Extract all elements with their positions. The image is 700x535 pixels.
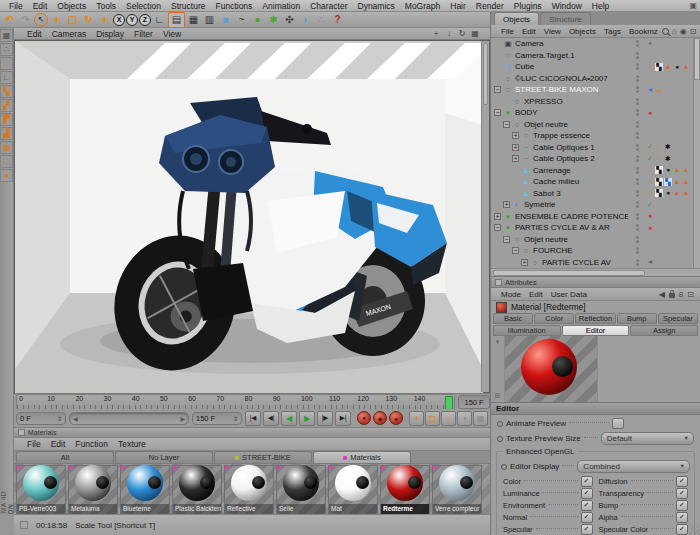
lock-icon[interactable] — [669, 293, 675, 298]
viewport-menu-item[interactable]: View — [158, 29, 186, 39]
material-name[interactable]: Redterme — [381, 504, 429, 514]
xpresso-tag-icon[interactable]: ◄ — [646, 86, 654, 94]
tree-row[interactable]: −○STREET-BIKE MAXON◄▬ — [491, 84, 700, 96]
null-object-icon[interactable]: ○ — [512, 120, 522, 129]
tree-row[interactable]: ▲Sabot 3∴▚●▲▲ — [491, 188, 700, 200]
model-mode-icon[interactable]: ∴ — [0, 43, 13, 56]
spiky-tag-icon[interactable]: ✱ — [664, 155, 672, 163]
tree-row[interactable]: +~Cable Optiques 1✓∴✱ — [491, 142, 700, 154]
menubar-item[interactable]: Dynamics — [353, 1, 400, 11]
visibility-dots[interactable] — [628, 224, 646, 231]
tree-row[interactable]: −○Objet neutre — [491, 234, 700, 246]
tree-row[interactable]: ○XPRESSO — [491, 96, 700, 108]
goto-end-button[interactable]: ▶| — [335, 411, 351, 426]
eye-icon[interactable]: ◉ — [680, 27, 687, 36]
tree-expander[interactable]: + — [521, 259, 528, 266]
menubar-item[interactable]: Structure — [166, 1, 211, 11]
material-thumbnail[interactable]: Verre compteur — [432, 465, 482, 515]
dolly-view-icon[interactable]: ↓ — [444, 29, 454, 38]
tree-expander[interactable]: + — [494, 213, 501, 220]
tree-expander[interactable]: + — [512, 144, 519, 151]
texture-axis-mode-icon[interactable]: ∟ — [0, 57, 13, 70]
menubar-item[interactable]: Character — [305, 1, 352, 11]
end-frame-box[interactable]: 150 F — [458, 395, 490, 409]
viewport-menu-item[interactable]: Edit — [22, 29, 47, 39]
spheres-tag-icon[interactable]: ∴ — [646, 166, 654, 174]
key-scale-button[interactable]: ▢ — [425, 411, 440, 426]
menubar-item[interactable]: Edit — [28, 1, 53, 11]
null-object-icon[interactable]: ○ — [503, 74, 513, 83]
menubar-item[interactable]: Render — [471, 1, 509, 11]
lock-z-icon[interactable]: Z — [139, 14, 151, 26]
tree-row[interactable]: −○Objet neutre — [491, 119, 700, 131]
darksphere-tag-icon[interactable]: ● — [664, 166, 672, 174]
material-thumbnail[interactable]: Mat — [328, 465, 378, 515]
lock-y-icon[interactable]: Y — [126, 14, 138, 26]
display-tag-icon[interactable]: ▬ — [655, 86, 663, 94]
material-name[interactable]: Blueterne — [121, 504, 169, 514]
live-selection-icon[interactable]: ↖ — [34, 13, 48, 27]
reddot-tag-icon[interactable]: ● — [646, 109, 654, 117]
poly-object-icon[interactable]: ▲ — [521, 189, 531, 198]
render-view-icon[interactable]: ▤ — [168, 12, 185, 28]
visibility-dots[interactable] — [628, 201, 646, 208]
material-tab[interactable]: Assign — [630, 325, 698, 336]
menubar-item[interactable]: File — [4, 1, 28, 11]
key-parameter-button[interactable]: ◑ — [457, 411, 472, 426]
preview-rail-icon[interactable]: ⊞ — [495, 392, 501, 400]
expand-icon[interactable]: ✣ — [282, 13, 297, 27]
tri-tag-icon[interactable]: ▲ — [682, 178, 690, 186]
null-object-icon[interactable]: ○ — [530, 258, 540, 267]
reddot-tag-icon[interactable]: ● — [646, 224, 654, 232]
color-checkbox[interactable]: ✓ — [581, 476, 593, 487]
viewport-render[interactable]: MAXON — [14, 40, 490, 393]
check-tag-icon[interactable]: ✓ — [646, 201, 654, 209]
pan-view-icon[interactable]: + — [431, 29, 441, 38]
material-thumbnail[interactable]: PB-Verre003 — [16, 465, 66, 515]
materials-layer-tab[interactable]: All — [16, 451, 114, 463]
tree-expander[interactable]: − — [494, 224, 501, 231]
tree-expander[interactable]: − — [494, 109, 501, 116]
key-pla-button[interactable]: ▦ — [473, 411, 488, 426]
null-object-icon[interactable]: ○ — [503, 85, 513, 94]
object-label[interactable]: BODY — [515, 108, 628, 117]
particles-icon[interactable]: ∴ — [314, 13, 329, 27]
null-object-icon[interactable]: ○ — [503, 51, 513, 60]
menubar-item[interactable]: Tools — [91, 1, 121, 11]
tri-tag-icon[interactable]: ▲ — [673, 166, 681, 174]
undo-icon[interactable]: ↶ — [2, 13, 17, 27]
material-thumbnail[interactable]: Selle — [276, 465, 326, 515]
bluetex-tag-icon[interactable]: ▚ — [664, 178, 672, 186]
objects-menu-item[interactable]: Objects — [565, 27, 600, 36]
prev-key-button[interactable]: ◀| — [263, 411, 279, 426]
target-tag-icon[interactable]: + — [646, 40, 654, 48]
deformers-icon[interactable]: ✱ — [266, 13, 281, 27]
tree-row[interactable]: ▲Carrenage∴▚●▲▲ — [491, 165, 700, 177]
spline-object-icon[interactable]: ~ — [521, 154, 531, 163]
make-editable-icon[interactable]: ▦ — [0, 29, 13, 42]
attributes-menu-item[interactable]: Mode — [497, 290, 525, 299]
animate-preview-checkbox[interactable] — [612, 418, 624, 429]
group-object-icon[interactable]: ● — [503, 223, 513, 232]
preview-rail-icon[interactable]: ▾ — [496, 338, 500, 346]
tree-hscrollbar[interactable] — [491, 268, 700, 276]
objects-menu-item[interactable]: File — [497, 27, 518, 36]
tree-row[interactable]: −●BODY● — [491, 107, 700, 119]
material-name[interactable]: Reflective — [225, 504, 273, 514]
menubar-item[interactable]: Functions — [211, 1, 258, 11]
object-label[interactable]: XPRESSO — [524, 97, 628, 106]
visibility-dots[interactable] — [628, 178, 646, 185]
rotate-view-icon[interactable]: ↻ — [457, 29, 467, 38]
object-axis-icon[interactable]: ∟ — [0, 155, 13, 168]
record-keyframe-button[interactable]: ● — [357, 411, 371, 425]
record-options-button[interactable]: ◈ — [389, 411, 403, 425]
visibility-dots[interactable] — [628, 121, 646, 128]
reddot-tag-icon[interactable]: ● — [646, 212, 654, 220]
picture-viewer-icon[interactable]: ▥ — [202, 13, 217, 27]
tree-expander[interactable]: + — [512, 132, 519, 139]
spheres-tag-icon[interactable]: ∴ — [646, 178, 654, 186]
materials-layer-tab[interactable]: Materials — [313, 451, 411, 463]
tree-row[interactable]: ▣Camera+ — [491, 38, 700, 50]
visibility-dots[interactable] — [628, 75, 646, 82]
material-thumbnail[interactable]: Redterme — [380, 465, 430, 515]
